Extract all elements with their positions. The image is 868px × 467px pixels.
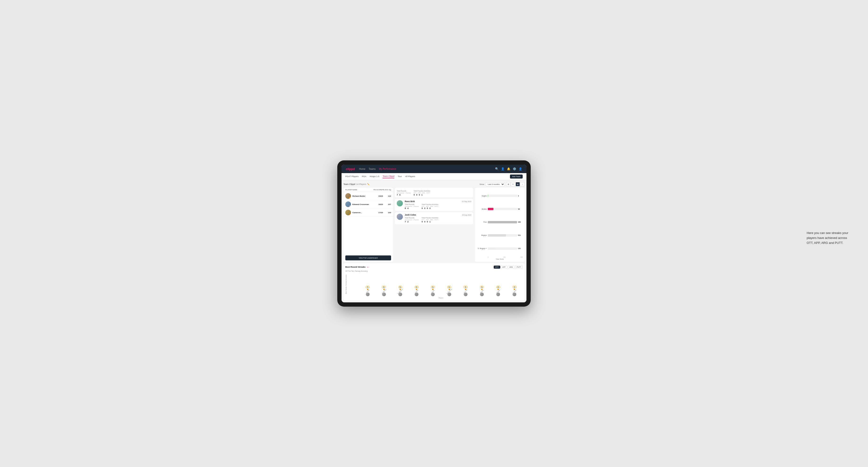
bar-row: Eagles 3: [477, 195, 523, 197]
team-name-label: Team Clippd: [343, 183, 355, 185]
player-score: 19/20: [378, 195, 383, 197]
nav-teams[interactable]: Teams: [369, 168, 375, 170]
subnav-team-clippd[interactable]: Team Clippd: [382, 175, 394, 178]
lollipop-item: 6x B. McHerg: [376, 286, 392, 296]
players-label: Players: [360, 297, 523, 299]
bar-track: [488, 234, 517, 237]
rounds-label: Total Rounds: [397, 190, 411, 192]
player-info: Richard Butler: [352, 195, 377, 197]
add-team-button[interactable]: Add Team: [510, 175, 523, 179]
col-player-name: PLAYER NAME: [345, 189, 373, 191]
player-info: Edward Crossman: [352, 203, 377, 206]
player-card-name: Rees Britt: [405, 200, 415, 203]
josh-coles-card: Josh Coles 26 Aug 2023 Total Rounds Tour…: [395, 212, 473, 224]
avatar: 3: [345, 210, 351, 215]
player-card-info: Josh Coles 26 Aug 2023 Total Rounds Tour…: [405, 214, 471, 223]
streak-value: 4x: [447, 286, 451, 288]
lollipop-item: 3x R. Butler: [490, 286, 506, 296]
practice-value: 6: [399, 194, 401, 196]
avatar: 1: [345, 193, 351, 199]
player-name: Edward Crossman: [352, 203, 377, 206]
subnav-all-players[interactable]: All Players: [405, 175, 415, 178]
team-title: Team Clippd 14 Players ✏️: [343, 183, 370, 185]
avatar-icon[interactable]: 👤: [519, 167, 522, 170]
practice-stat-group: Total Practice Activities OTTAPPARGPUTT …: [422, 204, 438, 210]
chart-xaxis: 0 200 400: [477, 256, 523, 258]
lollipop-chart-wrapper: Best Streak, Fairway Accuracy 7x E. Eber…: [345, 274, 523, 299]
export-button[interactable]: ↓: [520, 182, 525, 186]
x-label-200: 200: [503, 256, 506, 258]
view-leaderboard-button[interactable]: View Full Leaderboard: [345, 255, 391, 260]
summary-card: Total Rounds Tournament Practice 7 6: [395, 188, 473, 197]
col-pb-avg: PB AVG SQ: [382, 189, 391, 191]
bar-fill: [488, 221, 517, 223]
bar-value: 311: [518, 235, 523, 236]
lollipop-item: 4x D. Ford: [457, 286, 474, 296]
leaderboard-header: PLAYER NAME PB SCORE PB AVG SQ: [343, 188, 393, 192]
bar-track: [488, 247, 517, 250]
bar-value: 131: [518, 248, 523, 249]
search-icon[interactable]: 🔍: [495, 167, 499, 170]
player-avatar: [431, 292, 435, 296]
filter-ott[interactable]: OTT: [494, 266, 500, 269]
lollipop-item: 7x E. Ebert: [360, 286, 376, 296]
user-icon[interactable]: 👤: [501, 167, 504, 170]
view-icons: ⊞ ≡ ▤ ↓: [506, 182, 525, 186]
edit-icon[interactable]: ✏️: [367, 183, 370, 185]
player-score: 18/20: [378, 203, 383, 206]
bar-row: Pars 499: [477, 221, 523, 223]
rounds-stat-group: Total Rounds TournamentPractice 8 4: [405, 204, 418, 210]
streak-value: 5x: [431, 286, 435, 288]
grid-view-button[interactable]: ⊞: [506, 182, 510, 186]
team-controls: Show Last 3 months ⊞ ≡ ▤ ↓: [479, 182, 525, 186]
y-axis-label: Best Streak, Fairway Accuracy: [345, 274, 347, 294]
streak-value: 4x: [480, 286, 484, 288]
main-content: Team Clippd 14 Players ✏️ Show Last 3 mo…: [342, 180, 526, 302]
streak-value: 7x: [366, 286, 370, 288]
period-select[interactable]: Last 3 months: [486, 182, 505, 186]
bar-label: Birdies: [477, 208, 487, 210]
lollipop-item: 6x D. Billingham: [392, 286, 408, 296]
rounds-values: 7 6: [397, 194, 411, 196]
leaderboard-panel: PLAYER NAME PB SCORE PB AVG SQ 1 Richard…: [343, 188, 393, 262]
bar-fill: [488, 208, 493, 210]
subnav-tour[interactable]: Tour: [398, 175, 402, 178]
nav-icons: 🔍 👤 🔔 ⚙️ 👤: [495, 167, 522, 170]
tournament-value: 7: [397, 194, 398, 196]
avatar: [397, 200, 403, 206]
bar-label: Eagles: [477, 195, 487, 197]
rounds-stat-group: Total Rounds TournamentPractice 7 2: [405, 217, 418, 223]
subnav-pga[interactable]: PGA: [362, 175, 366, 178]
nav-links: Home Teams My Performance: [359, 168, 495, 170]
tablet-screen: clippd Home Teams My Performance 🔍 👤 🔔 ⚙…: [342, 165, 526, 302]
list-view-button[interactable]: ≡: [511, 182, 515, 186]
filter-arg[interactable]: ARG: [508, 266, 515, 269]
streaks-title-text: Best Round Streaks: [345, 266, 366, 268]
rank-badge: 2: [349, 205, 351, 207]
bar-chart: Eagles 3 Birdies 96 Pars 499 Bogeys 311 …: [477, 190, 523, 255]
rank-badge: 3: [349, 214, 351, 215]
bar-label: Bogeys: [477, 235, 487, 236]
card-view-button[interactable]: ▤: [516, 182, 520, 186]
chart-title: Total Shots: [477, 258, 523, 260]
subnav-pgat[interactable]: PGAT Players: [345, 175, 359, 178]
player-avg: 103: [384, 212, 391, 214]
bar-track: [488, 208, 517, 210]
navbar: clippd Home Teams My Performance 🔍 👤 🔔 ⚙…: [342, 165, 526, 173]
bar-row: Bogeys 311: [477, 234, 523, 237]
lollipop-item: 5x R. Britt: [425, 286, 441, 296]
bell-icon[interactable]: 🔔: [507, 167, 510, 170]
player-row: 2 Edward Crossman 18/20 107: [343, 200, 393, 209]
player-score: 17/20: [378, 212, 383, 214]
player-row: 1 Richard Butler 19/20 110: [343, 192, 393, 200]
bar-track: [488, 221, 517, 223]
settings-icon[interactable]: ⚙️: [513, 167, 516, 170]
nav-home[interactable]: Home: [359, 168, 365, 170]
filter-putt[interactable]: PUTT: [515, 266, 523, 269]
team-player-count: 14 Players: [356, 183, 366, 185]
subnav-hcaps[interactable]: Hcaps 1-5: [370, 175, 379, 178]
app-logo: clippd: [346, 167, 355, 171]
filter-app[interactable]: APP: [501, 266, 507, 269]
nav-my-performance[interactable]: My Performance: [379, 168, 396, 170]
lollipop-item: 5x J. Coles: [408, 286, 425, 296]
